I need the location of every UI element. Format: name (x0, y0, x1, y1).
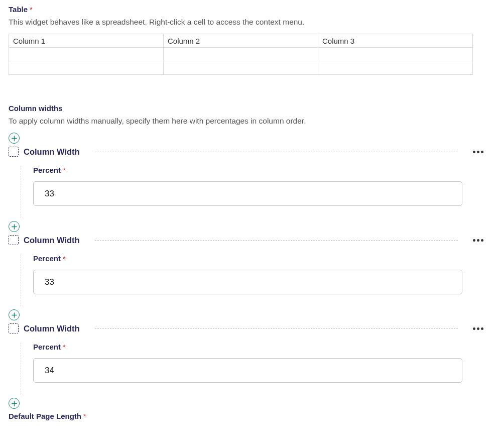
divider-line (95, 240, 458, 241)
column-width-block: Column Width Percent* (9, 235, 488, 306)
percent-input[interactable] (33, 358, 462, 383)
table-cell[interactable] (318, 48, 473, 61)
more-options-button[interactable] (468, 151, 488, 153)
dots-icon (473, 327, 475, 330)
block-title: Column Width (24, 236, 80, 245)
table-cell[interactable] (318, 61, 473, 75)
more-options-button[interactable] (468, 327, 488, 330)
required-asterisk: * (83, 412, 86, 420)
table-label-text: Table (9, 5, 28, 14)
dots-icon (473, 239, 475, 242)
plus-icon (12, 136, 17, 141)
column-widths-help: To apply column widths manually, specify… (9, 117, 488, 126)
add-column-width-button[interactable] (9, 309, 20, 320)
table-cell[interactable] (164, 48, 318, 61)
percent-field-label: Percent* (33, 166, 488, 174)
plus-icon (12, 401, 17, 406)
block-title: Column Width (24, 147, 80, 157)
add-column-width-button[interactable] (9, 398, 20, 409)
plus-icon (12, 224, 17, 230)
divider-line (95, 152, 458, 152)
required-asterisk: * (30, 5, 33, 14)
table-help-text: This widget behaves like a spreadsheet. … (9, 18, 488, 27)
table-cell[interactable] (9, 48, 164, 61)
drag-handle-icon[interactable] (9, 235, 19, 245)
plus-icon (12, 312, 17, 318)
drag-handle-icon[interactable] (9, 147, 19, 157)
required-asterisk: * (63, 166, 66, 174)
required-asterisk: * (63, 343, 66, 351)
column-header[interactable]: Column 2 (164, 34, 318, 48)
block-title: Column Width (24, 324, 80, 333)
table-field-label: Table* (9, 5, 488, 14)
default-page-length-label: Default Page Length* (9, 412, 488, 420)
table-cell[interactable] (164, 61, 318, 75)
table-cell[interactable] (9, 61, 164, 75)
required-asterisk: * (63, 254, 66, 263)
drag-handle-icon[interactable] (9, 323, 19, 333)
percent-field-label: Percent* (33, 343, 488, 351)
more-options-button[interactable] (468, 239, 488, 242)
add-column-width-button[interactable] (9, 133, 20, 144)
column-header[interactable]: Column 1 (9, 34, 164, 48)
dots-icon (473, 151, 475, 153)
spreadsheet-table[interactable]: Column 1 Column 2 Column 3 (9, 34, 473, 75)
percent-field-label: Percent* (33, 254, 488, 263)
add-column-width-button[interactable] (9, 221, 20, 232)
column-widths-label: Column widths (9, 104, 488, 113)
percent-input[interactable] (33, 270, 462, 294)
column-width-block: Column Width Percent* (9, 323, 488, 395)
percent-input[interactable] (33, 181, 462, 206)
column-width-block: Column Width Percent* (9, 147, 488, 218)
divider-line (95, 328, 458, 329)
column-header[interactable]: Column 3 (318, 34, 473, 48)
